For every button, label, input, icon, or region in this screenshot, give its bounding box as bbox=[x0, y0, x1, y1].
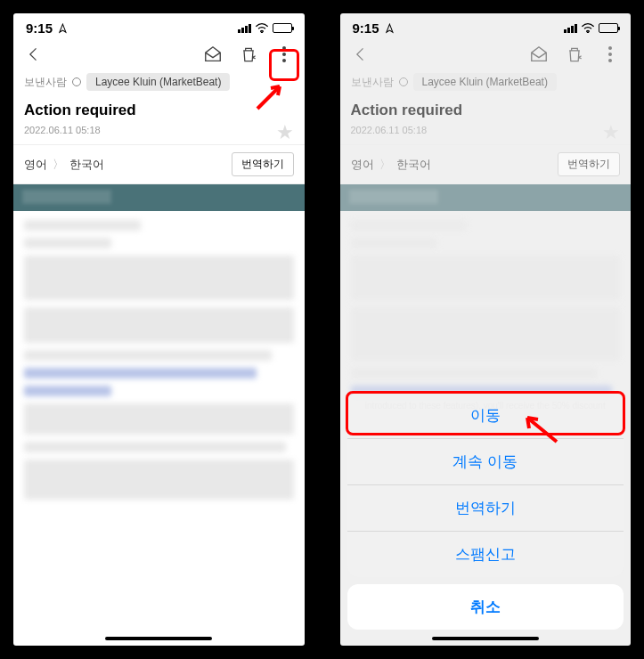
signal-icon bbox=[564, 24, 577, 33]
more-menu-button bbox=[600, 45, 620, 64]
translate-button: 번역하기 bbox=[558, 152, 620, 176]
home-indicator[interactable] bbox=[432, 637, 539, 640]
back-button[interactable] bbox=[24, 45, 44, 64]
trash-icon bbox=[565, 45, 584, 64]
sender-label: 보낸사람 bbox=[24, 75, 67, 90]
sender-chip: Laycee Kluin (MarketBeat) bbox=[413, 73, 557, 91]
translate-bar: 영어 〉 한국어 번역하기 bbox=[340, 144, 632, 184]
email-header-banner bbox=[340, 184, 632, 211]
action-sheet: 이동 계속 이동 번역하기 스팸신고 취소 bbox=[340, 393, 632, 646]
email-date: 2022.06.11 05:18 bbox=[13, 125, 111, 141]
nav-bar bbox=[340, 39, 632, 71]
lang-from: 영어 bbox=[351, 157, 374, 173]
nav-bar bbox=[13, 39, 305, 71]
lang-to[interactable]: 한국어 bbox=[69, 157, 104, 173]
email-header-banner bbox=[13, 184, 305, 211]
sheet-cancel-button[interactable]: 취소 bbox=[347, 584, 624, 630]
email-subject: Action required bbox=[351, 102, 463, 119]
sheet-item-translate[interactable]: 번역하기 bbox=[347, 485, 624, 532]
home-indicator[interactable] bbox=[105, 637, 212, 640]
status-bar: 9:15 bbox=[340, 13, 632, 39]
star-icon[interactable]: ★ bbox=[276, 121, 294, 144]
email-body[interactable] bbox=[13, 184, 305, 646]
email-date: 2022.06.11 05:18 bbox=[340, 125, 438, 141]
battery-icon bbox=[599, 23, 618, 33]
sheet-item-move[interactable]: 이동 bbox=[347, 393, 624, 439]
sender-label: 보낸사람 bbox=[351, 75, 394, 90]
sender-row: 보낸사람 Laycee Kluin (MarketBeat) bbox=[13, 71, 305, 93]
status-time: 9:15 bbox=[353, 20, 379, 36]
back-button bbox=[351, 45, 371, 64]
sheet-item-spam[interactable]: 스팸신고 bbox=[347, 532, 624, 577]
reply-indicator-icon bbox=[399, 77, 408, 86]
phone-right: 9:15 보낸사람 bbox=[336, 9, 636, 650]
translate-bar: 영어 〉 한국어 번역하기 bbox=[13, 144, 305, 184]
chevron-right-icon: 〉 bbox=[379, 157, 391, 173]
sender-chip[interactable]: Laycee Kluin (MarketBeat) bbox=[86, 73, 230, 91]
lang-from[interactable]: 영어 bbox=[24, 157, 47, 173]
more-menu-button[interactable] bbox=[274, 45, 294, 64]
mail-open-icon bbox=[529, 45, 549, 64]
status-time: 9:15 bbox=[26, 20, 53, 36]
status-bar: 9:15 bbox=[13, 13, 305, 39]
email-subject: Action required bbox=[24, 102, 136, 119]
mail-open-icon[interactable] bbox=[203, 45, 223, 64]
wifi-icon bbox=[581, 21, 595, 36]
battery-icon bbox=[273, 23, 292, 33]
star-icon: ★ bbox=[602, 121, 620, 144]
phone-left: 9:15 bbox=[9, 9, 309, 650]
signal-icon bbox=[238, 24, 251, 33]
action-sheet-group: 이동 계속 이동 번역하기 스팸신고 bbox=[347, 393, 624, 577]
location-icon bbox=[380, 20, 395, 36]
chevron-right-icon: 〉 bbox=[53, 157, 64, 173]
reply-indicator-icon bbox=[72, 77, 81, 86]
trash-icon[interactable] bbox=[239, 45, 258, 64]
wifi-icon bbox=[255, 21, 269, 36]
location-icon bbox=[54, 20, 69, 36]
translate-button[interactable]: 번역하기 bbox=[232, 152, 294, 176]
lang-to: 한국어 bbox=[396, 157, 431, 173]
sender-row: 보낸사람 Laycee Kluin (MarketBeat) bbox=[340, 71, 632, 93]
sheet-item-keep-moving[interactable]: 계속 이동 bbox=[347, 439, 624, 485]
